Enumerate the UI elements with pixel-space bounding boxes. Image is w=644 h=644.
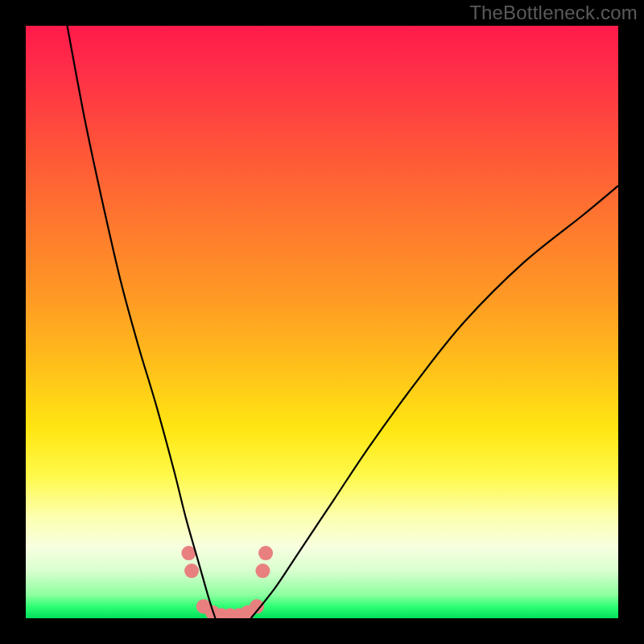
chart-frame: TheBottleneck.com — [0, 0, 644, 644]
left-curve — [68, 26, 216, 618]
curve-layer — [26, 26, 618, 618]
highlight-dot — [255, 564, 270, 578]
plot-area — [26, 26, 618, 618]
highlight-dot — [258, 546, 273, 560]
right-curve — [251, 186, 618, 618]
highlight-dot — [184, 564, 199, 578]
watermark-text: TheBottleneck.com — [469, 2, 638, 24]
